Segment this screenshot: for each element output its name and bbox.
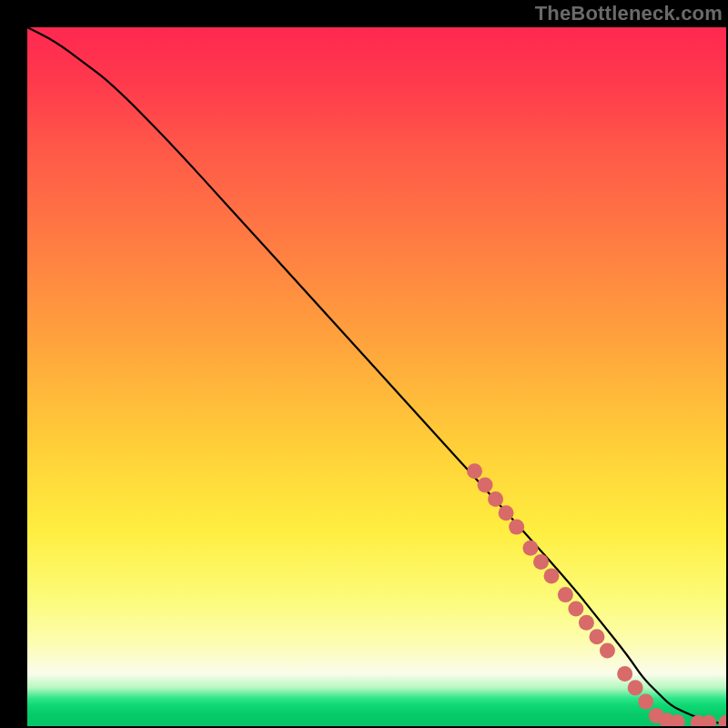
data-point bbox=[467, 463, 482, 479]
data-point bbox=[600, 643, 615, 659]
watermark-label: TheBottleneck.com bbox=[535, 2, 723, 25]
data-point bbox=[589, 629, 604, 644]
chart-svg bbox=[27, 27, 726, 726]
data-point bbox=[509, 520, 524, 535]
data-point bbox=[701, 715, 716, 726]
chart-container: TheBottleneck.com bbox=[0, 0, 728, 728]
data-point bbox=[617, 666, 632, 682]
data-point bbox=[499, 505, 514, 521]
data-point bbox=[568, 601, 583, 616]
data-point bbox=[533, 554, 549, 570]
dot-group bbox=[467, 463, 726, 726]
data-point bbox=[522, 541, 538, 556]
curve-line bbox=[27, 27, 726, 724]
data-point bbox=[579, 615, 594, 631]
data-point bbox=[638, 694, 653, 710]
plot-area bbox=[27, 27, 726, 726]
data-point bbox=[544, 568, 560, 583]
data-point bbox=[478, 478, 493, 493]
data-point bbox=[628, 680, 643, 695]
data-point bbox=[488, 491, 503, 507]
data-point bbox=[719, 715, 727, 726]
data-point bbox=[558, 587, 573, 602]
